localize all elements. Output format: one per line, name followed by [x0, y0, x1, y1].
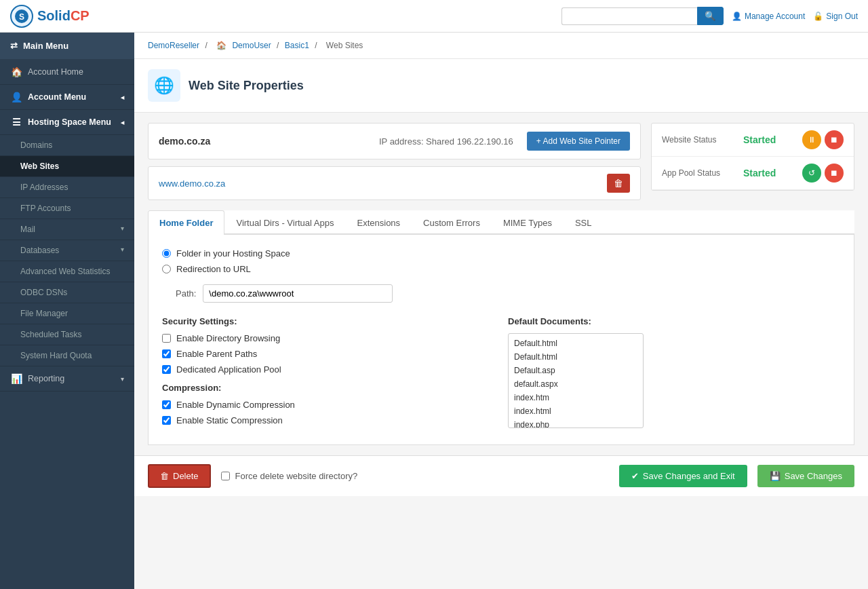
sidebar-item-advanced-web-statistics[interactable]: Advanced Web Statistics [0, 261, 134, 282]
main-menu-icon: ⇄ [10, 41, 18, 51]
top-nav-right: 🔍 👤 Manage Account 🔓 Sign Out [561, 7, 858, 25]
sign-out-link[interactable]: 🔓 Sign Out [813, 12, 858, 21]
checkbox-parent-paths-input[interactable] [162, 349, 171, 358]
add-pointer-button[interactable]: + Add Web Site Pointer [527, 132, 630, 151]
chevron-icon-db: ▾ [121, 246, 124, 255]
bottom-bar: 🗑 Delete Force delete website directory?… [134, 455, 868, 496]
force-delete-row: Force delete website directory? [221, 471, 358, 481]
sidebar-item-scheduled-tasks[interactable]: Scheduled Tasks [0, 324, 134, 345]
site-url-row: www.demo.co.za 🗑 [148, 166, 641, 200]
logo-icon: S [10, 5, 33, 28]
website-stop-button[interactable]: ⏹ [825, 130, 844, 149]
save-icon: 💾 [770, 471, 781, 481]
sidebar-item-system-hard-quota[interactable]: System Hard Quota [0, 345, 134, 366]
content-area: Website Status Started ⏸ ⏹ App Pool Stat… [134, 113, 868, 455]
reporting-icon: 📊 [10, 373, 22, 384]
security-settings-section: Security Settings: Enable Directory Brow… [162, 316, 494, 431]
search-input[interactable] [561, 7, 697, 25]
sidebar-item-domains[interactable]: Domains [0, 135, 134, 156]
save-changes-button[interactable]: 💾 Save Changes [757, 465, 854, 487]
apppool-status-buttons: ↺ ⏹ [802, 164, 844, 183]
sidebar-item-ip-addresses[interactable]: IP Addresses [0, 177, 134, 198]
sidebar-item-account-menu[interactable]: 👤 Account Menu ◂ [0, 85, 134, 110]
sidebar-item-databases[interactable]: Databases ▾ [0, 240, 134, 261]
website-pause-button[interactable]: ⏸ [802, 130, 821, 149]
main-content: DemoReseller / 🏠 DemoUser / Basic1 / Web… [134, 33, 868, 589]
sign-out-icon: 🔓 [813, 12, 823, 21]
sidebar-item-hosting-space-menu[interactable]: ☰ Hosting Space Menu ◂ [0, 110, 134, 135]
breadcrumb: DemoReseller / 🏠 DemoUser / Basic1 / Web… [134, 33, 868, 59]
chevron-icon-reporting: ▾ [121, 375, 124, 383]
sidebar: ⇄ Main Menu 🏠 Account Home 👤 Account Men… [0, 33, 134, 589]
tab-home-folder[interactable]: Home Folder [148, 210, 224, 235]
doc-item[interactable]: Default.html [509, 350, 643, 364]
checkbox-dedicated-app-pool[interactable]: Dedicated Application Pool [162, 364, 494, 375]
page-icon: 🌐 [148, 69, 180, 102]
sidebar-item-ftp-accounts[interactable]: FTP Accounts [0, 198, 134, 219]
checkbox-static-input[interactable] [162, 416, 171, 425]
tab-custom-errors[interactable]: Custom Errors [412, 210, 492, 235]
doc-item[interactable]: default.aspx [509, 377, 643, 391]
force-delete-checkbox[interactable] [221, 472, 230, 480]
checkbox-app-pool-input[interactable] [162, 365, 171, 374]
doc-item[interactable]: Default.html [509, 337, 643, 350]
logo-text: SolidCP [37, 8, 90, 24]
breadcrumb-demoreseller[interactable]: DemoReseller [148, 41, 199, 50]
doc-item[interactable]: index.html [509, 404, 643, 418]
hosting-menu-icon: ☰ [10, 117, 22, 128]
search-button[interactable]: 🔍 [697, 7, 724, 25]
site-url-link[interactable]: www.demo.co.za [159, 178, 225, 189]
sidebar-item-reporting[interactable]: 📊 Reporting ▾ [0, 366, 134, 392]
path-input[interactable] [203, 284, 393, 303]
delete-url-button[interactable]: 🗑 [607, 174, 630, 193]
chevron-icon-mail: ▾ [121, 225, 124, 234]
radio-folder-input[interactable] [162, 249, 171, 258]
delete-button[interactable]: 🗑 Delete [148, 464, 211, 488]
website-status-buttons: ⏸ ⏹ [802, 130, 844, 149]
checkbox-dir-browsing-input[interactable] [162, 334, 171, 343]
apppool-status-row: App Pool Status Started ↺ ⏹ [652, 157, 854, 190]
status-panel: Website Status Started ⏸ ⏹ App Pool Stat… [651, 123, 854, 191]
radio-folder-in-hosting[interactable]: Folder in your Hosting Space [162, 248, 840, 259]
sidebar-item-file-manager[interactable]: File Manager [0, 303, 134, 324]
checkbox-enable-dynamic[interactable]: Enable Dynamic Compression [162, 400, 494, 410]
trash-icon: 🗑 [160, 471, 169, 481]
sidebar-item-web-sites[interactable]: Web Sites [0, 156, 134, 177]
website-status-row: Website Status Started ⏸ ⏹ [652, 124, 854, 157]
sidebar-item-account-home[interactable]: 🏠 Account Home [0, 60, 134, 85]
radio-redirection-input[interactable] [162, 265, 171, 273]
default-documents-list[interactable]: Default.htmlDefault.htmlDefault.aspdefau… [508, 333, 644, 428]
sidebar-main-menu[interactable]: ⇄ Main Menu [0, 33, 134, 60]
checkbox-enable-dir-browsing[interactable]: Enable Directory Browsing [162, 333, 494, 343]
tab-ssl[interactable]: SSL [564, 210, 604, 235]
tab-mime-types[interactable]: MIME Types [492, 210, 564, 235]
account-menu-icon: 👤 [10, 92, 22, 102]
manage-account-link[interactable]: 👤 Manage Account [732, 12, 805, 21]
doc-item[interactable]: index.php [509, 418, 643, 428]
tabs: Home Folder Virtual Dirs - Virtual Apps … [148, 210, 854, 235]
sidebar-item-odbc-dsns[interactable]: ODBC DSNs [0, 282, 134, 303]
breadcrumb-demouser[interactable]: DemoUser [232, 41, 271, 50]
doc-item[interactable]: Default.asp [509, 364, 643, 377]
checkbox-enable-parent-paths[interactable]: Enable Parent Paths [162, 349, 494, 359]
apppool-stop-button[interactable]: ⏹ [825, 164, 844, 183]
checkbox-dynamic-input[interactable] [162, 400, 171, 409]
breadcrumb-websitees: Web Sites [326, 41, 363, 50]
radio-redirection-url[interactable]: Redirection to URL [162, 264, 840, 274]
svg-text:S: S [19, 12, 24, 22]
site-domain: demo.co.za [159, 136, 210, 147]
site-info-bar: demo.co.za IP address: Shared 196.22.190… [148, 123, 641, 159]
search-box: 🔍 [561, 7, 724, 25]
tab-virtual-dirs[interactable]: Virtual Dirs - Virtual Apps [224, 210, 345, 235]
chevron-icon: ◂ [121, 94, 124, 101]
sidebar-item-mail[interactable]: Mail ▾ [0, 219, 134, 240]
breadcrumb-basic1[interactable]: Basic1 [285, 41, 309, 50]
apppool-refresh-button[interactable]: ↺ [802, 164, 821, 183]
doc-item[interactable]: index.htm [509, 391, 643, 404]
check-icon: ✔ [631, 471, 639, 481]
default-documents-section: Default Documents: Default.htmlDefault.h… [508, 316, 840, 431]
tab-extensions[interactable]: Extensions [346, 210, 412, 235]
checkbox-enable-static[interactable]: Enable Static Compression [162, 415, 494, 425]
path-label: Path: [176, 288, 196, 299]
save-changes-exit-button[interactable]: ✔ Save Changes and Exit [619, 465, 747, 487]
